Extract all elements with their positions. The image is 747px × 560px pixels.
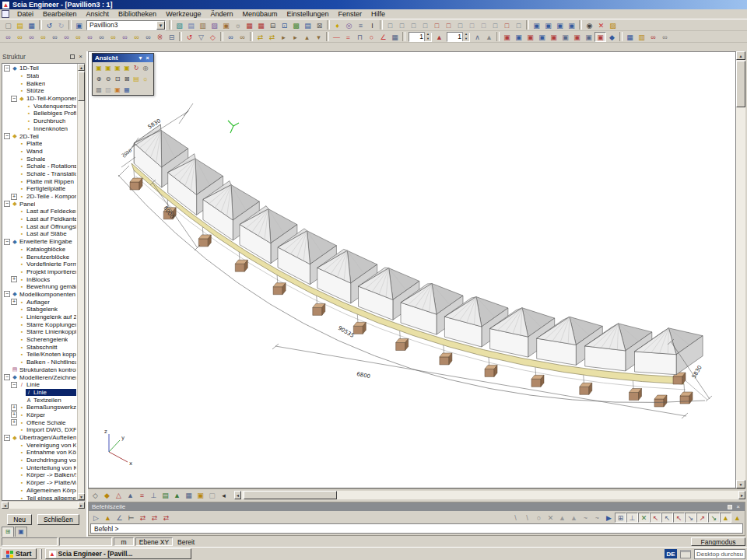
tree-item-modellieren-zeichnen[interactable]: −◆Modellieren/Zeichnen [3,373,76,381]
desktop-search-input[interactable]: Desktop durchsu [694,549,745,559]
visibility-filter-icon[interactable]: ∞ [61,32,72,42]
table-icon[interactable]: ▦ [244,20,255,30]
save-icon[interactable]: ▦ [26,20,37,30]
menu-datei[interactable]: Datei [12,9,38,19]
tree-expander-icon[interactable]: + [11,194,17,200]
tree-item-last-auf-ffnungskar[interactable]: ▪Last auf Öffnungskar [3,222,76,230]
midpoint-snap-icon[interactable]: ↖ [661,513,673,523]
tree-expander-icon[interactable]: + [11,276,17,282]
params-icon[interactable]: ▣ [195,490,206,500]
tree-item-entnahme-von-k-rpe[interactable]: ▪Entnahme von Körpe [3,449,76,457]
display-option-icon[interactable]: ▣ [513,32,524,42]
scale-view-icon[interactable]: ▲ [483,32,495,42]
tree-item-teile-knoten-koppeln[interactable]: ▪Teile/Knoten koppeln [3,351,76,359]
snap-curve-icon[interactable]: ~ [580,513,591,523]
display-option-icon[interactable]: ▣ [571,32,583,42]
close-icon[interactable]: × [735,503,742,510]
tree-item-offene-schale[interactable]: +▪Offene Schale [3,418,76,426]
tree-expander-icon[interactable]: + [11,419,17,425]
stack-icon[interactable]: ▥ [197,20,209,30]
line-icon[interactable]: — [331,32,342,42]
tree-item-unterteilung-von-k-rp[interactable]: ▪Unterteilung von Körp [3,464,76,471]
model-canvas[interactable]: 5830 2010 6000 90535 6800 5830 x y z [89,52,735,488]
chart-icon[interactable]: ▥ [636,32,647,42]
gear-icon[interactable]: ☼ [232,20,244,30]
printer-tray-icon[interactable] [680,550,691,558]
tree-item-linie[interactable]: /Linie [3,389,76,397]
menu-ansicht[interactable]: Ansicht [82,9,114,19]
chain-icon[interactable]: ∞ [237,32,248,42]
tree-item-modellkomponenten[interactable]: −◆Modellkomponenten [3,291,76,299]
pin-icon[interactable] [70,54,75,59]
tree-item-panel[interactable]: −◆Panel [3,200,76,208]
visibility-filter-icon[interactable]: ∞ [49,32,61,42]
tree-expander-icon[interactable]: − [4,435,10,441]
menu-werkzeuge[interactable]: Werkzeuge [161,9,205,19]
window-cascade-icon[interactable]: ▣ [566,20,577,30]
task-button-scia[interactable]: ▲ Scia Engineer - [Pavill... [45,548,191,559]
tree-item-erweiterte-eingabe[interactable]: −◆Erweiterte Eingabe [3,238,76,246]
menu-men-baum[interactable]: Menübaum [238,9,282,19]
zoom-window-icon[interactable]: ⊡ [113,74,122,83]
scrollbar-thumb[interactable] [736,61,745,107]
status-plane[interactable]: Ebene XY [135,537,173,546]
view-y-icon[interactable]: ▣ [103,63,113,72]
volume-icon[interactable]: △ [113,490,124,500]
window-cascade-icon[interactable]: ▣ [531,20,542,30]
menu-fenster[interactable]: Fenster [334,9,367,19]
tree-item-platte-mit-rippen[interactable]: ▪Platte mit Rippen [3,177,76,185]
display-option-icon[interactable]: ▣ [501,32,513,42]
command-input[interactable]: Befehl > [90,523,743,534]
polyline-icon[interactable]: ⊓ [354,32,366,42]
display-option-icon[interactable]: ▣ [536,32,548,42]
tree-item-k-rper-balken-st-[interactable]: ▪Körper -> Balken/Stü [3,471,76,479]
frame-tool-icon[interactable]: □ [501,20,513,30]
tree-item-st-tze[interactable]: ▪Stütze [3,87,76,95]
frame-tool-icon[interactable]: □ [454,20,466,30]
tracking-icon[interactable]: ⇄ [137,513,149,523]
spinner-arrows[interactable]: ▲▼ [424,32,431,41]
scale-icon[interactable]: ≡ [355,20,366,30]
zoom-in-icon[interactable]: ⊕ [94,74,103,83]
zoom-all-icon[interactable]: ⊠ [122,74,132,83]
select-region-icon[interactable]: ▨ [209,20,220,30]
tree-item-k-rper-platte-war[interactable]: ▪Körper -> Platte/War [3,479,76,487]
snap-line-gray-icon[interactable]: \ [510,513,521,523]
tree-item-last-auf-feldkanten[interactable]: ▪Last auf Feldkanten [3,215,76,223]
scale-spinner[interactable]: 1 ▲▼ [409,32,432,42]
select-lasso-icon[interactable]: ↺ [184,32,195,42]
viewport-vertical-scrollbar[interactable]: ▲ ▼ [736,51,745,488]
document-stack-icon[interactable]: ▤ [302,20,314,30]
monitor-icon[interactable]: ▦ [122,85,132,94]
tree-item-2d-teile-komponen[interactable]: +▪2D-Teile - Komponen [3,193,76,201]
view-settings-icon[interactable]: ▣ [113,85,122,94]
tree-item-linie[interactable]: −/Linie [3,381,76,389]
tree-expander-icon[interactable]: − [11,382,17,388]
snap-point-icon[interactable]: ▲ [102,513,114,523]
save-view-icon[interactable]: ▦ [624,32,636,42]
inactive-icon[interactable]: ▢ [206,490,218,500]
frame-tool-icon[interactable]: □ [431,20,443,30]
intersection-snap-icon[interactable]: ✕ [638,513,650,523]
scrollbar-thumb[interactable] [78,72,85,101]
snap-line-icon[interactable]: ∠ [114,513,125,523]
window-cascade-icon[interactable]: ▣ [542,20,554,30]
gallery-icon[interactable]: ▩ [290,20,302,30]
center-snap-icon[interactable]: ↗ [696,513,708,523]
snap-cross-icon[interactable]: ✕ [545,513,556,523]
snap-curve-icon[interactable]: ~ [591,513,603,523]
schliessen-button[interactable]: Schließen [37,514,79,525]
tree-item-voutenquerschni[interactable]: ▪Voutenquerschni [3,102,76,110]
tree-expander-icon[interactable]: + [11,411,17,418]
tree-item-schale[interactable]: ▪Schale [3,155,76,163]
viewport-horizontal-scrollbar[interactable]: ◄ ► [234,491,745,499]
tree-item-benutzerbl-cke[interactable]: ▪Benutzerblöcke [3,253,76,261]
search-gray-icon[interactable]: ∞ [659,32,671,42]
tree-item-bewehrung-gem-v[interactable]: ▪Bewehrung gemäß V [3,283,76,291]
status-unit[interactable]: m [114,537,134,546]
frame-tool-icon[interactable]: □ [419,20,431,30]
visibility-filter-icon[interactable]: ∞ [37,32,49,42]
frame-tool-icon[interactable]: □ [443,20,454,30]
new-file-icon[interactable]: ▢ [2,20,14,30]
scroll-up-icon[interactable]: ▲ [78,64,85,71]
